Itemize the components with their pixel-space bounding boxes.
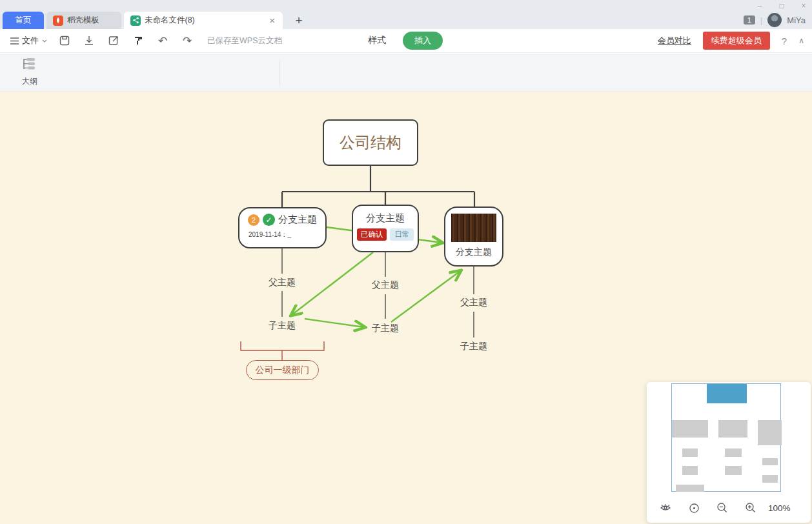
outline-button[interactable]: 大纲	[14, 57, 45, 87]
child-topic-1-node[interactable]: 子主题	[261, 320, 303, 332]
user-area: 1 | MiYa	[744, 13, 806, 27]
branch-topic-2-label: 分支主题	[353, 212, 418, 225]
download-button[interactable]	[78, 32, 100, 50]
zoom-out-icon[interactable]	[713, 499, 732, 516]
minimap-block	[758, 420, 782, 445]
summary-topic-label: 公司一级部门	[256, 365, 310, 376]
minimap-root-block	[707, 384, 747, 403]
renew-member-button[interactable]: 续费超级会员	[703, 32, 770, 50]
branch-topic-3-label: 分支主题	[445, 247, 502, 258]
maximize-button[interactable]: □	[777, 1, 786, 10]
tab-docer-label: 稻壳模板	[67, 15, 99, 26]
title-bar: 首页 稻壳模板 未命名文件(8) × + – □ × 1 |	[0, 0, 812, 29]
mindmap-doc-icon	[130, 15, 141, 26]
done-check-badge: ✓	[263, 214, 275, 226]
share-export-button[interactable]	[103, 32, 125, 50]
help-icon[interactable]: ?	[782, 35, 787, 46]
save-button[interactable]	[54, 32, 76, 50]
tab-insert[interactable]: 插入	[403, 32, 443, 50]
outline-icon	[23, 57, 37, 70]
center-view-icon[interactable]	[684, 499, 704, 516]
parent-topic-2-node[interactable]: 父主题	[365, 279, 406, 291]
docer-leaf-icon	[53, 15, 63, 26]
file-menu[interactable]: 文件	[6, 35, 51, 46]
minimap-block	[725, 448, 742, 457]
undo-icon: ↶	[158, 34, 167, 48]
branch-topic-2-node[interactable]: 分支主题 已确认 日常	[352, 205, 419, 252]
zoom-level-label: 100%	[768, 503, 791, 513]
username-label: MiYa	[787, 15, 806, 25]
wps-mindmap-window: 首页 稻壳模板 未命名文件(8) × + – □ × 1 |	[0, 0, 812, 524]
member-compare-link[interactable]: 会员对比	[658, 35, 691, 46]
child-topic-3-node[interactable]: 子主题	[453, 341, 494, 352]
priority-2-badge: 2	[248, 214, 259, 226]
minimize-button[interactable]: –	[755, 1, 764, 10]
tab-document[interactable]: 未命名文件(8) ×	[124, 12, 283, 29]
overview-eye-icon[interactable]	[656, 499, 675, 516]
parent-topic-1-node[interactable]: 父主题	[261, 277, 303, 288]
undo-button[interactable]: ↶	[152, 32, 174, 50]
redo-button[interactable]: ↷	[176, 32, 198, 50]
minimap-panel: 100%	[647, 382, 811, 523]
hamburger-icon	[10, 37, 19, 45]
minimap-block	[672, 420, 708, 438]
file-menu-label: 文件	[22, 35, 39, 46]
tab-docer[interactable]: 稻壳模板	[46, 12, 121, 29]
zoom-in-icon[interactable]	[741, 499, 760, 516]
ribbon-divider	[279, 60, 280, 86]
wood-texture-image	[451, 214, 496, 242]
tab-close-icon[interactable]: ×	[268, 15, 276, 26]
avatar[interactable]	[767, 13, 782, 27]
branch-topic-3-node[interactable]: 分支主题	[444, 207, 503, 267]
minimap-block	[676, 485, 704, 492]
tab-style[interactable]: 样式	[368, 35, 386, 46]
new-tab-button[interactable]: +	[292, 14, 306, 28]
close-button[interactable]: ×	[799, 1, 808, 10]
root-topic-label: 公司结构	[340, 132, 401, 153]
branch-topic-1-date: 2019-11-14：_	[249, 230, 325, 239]
chevron-down-icon	[42, 39, 47, 43]
minimap-block	[762, 458, 778, 465]
message-count-badge[interactable]: 1	[744, 15, 755, 25]
minimap-block	[682, 466, 698, 475]
daily-tag: 日常	[390, 228, 414, 241]
tab-document-label: 未命名文件(8)	[145, 15, 195, 26]
tab-home-label: 首页	[15, 15, 32, 26]
quick-toolbar: 文件 ↶ ↷ 已保存至WPS云文档 样式 插入 会员对比 续	[0, 29, 812, 53]
summary-topic-node[interactable]: 公司一级部门	[246, 360, 319, 380]
redo-icon: ↷	[183, 34, 192, 48]
branch-topic-1-node[interactable]: 2 ✓ 分支主题 2019-11-14：_	[238, 207, 327, 248]
minimap-block	[718, 420, 747, 438]
outline-label: 大纲	[14, 76, 45, 87]
window-controls: – □ ×	[755, 1, 808, 10]
branch-topic-1-label: 分支主题	[278, 214, 317, 226]
minimap-block	[762, 475, 778, 483]
format-painter-button[interactable]	[127, 32, 149, 50]
divider: |	[760, 15, 762, 25]
minimap-controls: 100%	[647, 498, 811, 518]
parent-topic-3-node[interactable]: 父主题	[453, 297, 494, 308]
ribbon: 大纲 插入子主题 插入同级主题 插入父主题 关联 } 概要	[0, 54, 812, 92]
minimap-block	[725, 466, 742, 475]
collapse-ribbon-icon[interactable]: ∧	[798, 36, 804, 45]
minimap-block	[682, 448, 698, 457]
tab-home[interactable]: 首页	[3, 12, 44, 29]
confirmed-tag: 已确认	[357, 228, 387, 241]
child-topic-2-node[interactable]: 子主题	[365, 323, 406, 334]
save-status-label: 已保存至WPS云文档	[207, 35, 282, 46]
root-topic-node[interactable]: 公司结构	[323, 119, 418, 166]
